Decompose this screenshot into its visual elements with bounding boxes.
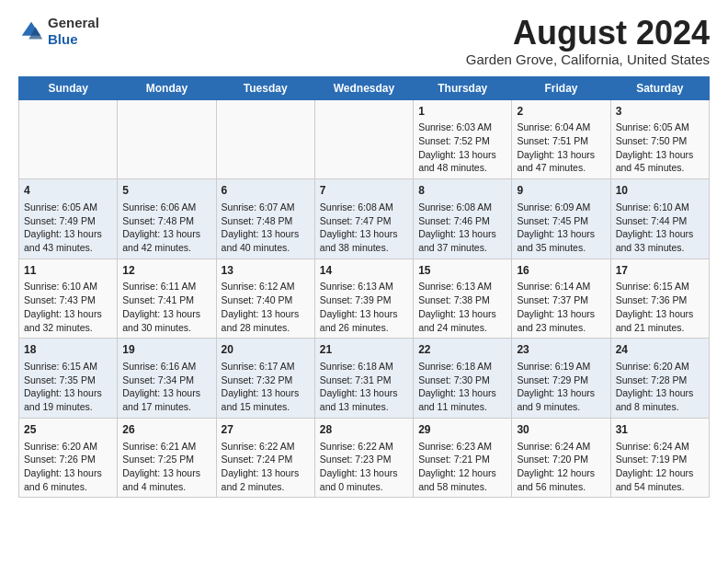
day-info: Sunrise: 6:20 AM <box>616 360 704 373</box>
day-header-friday: Friday <box>512 76 610 99</box>
day-info: Sunset: 7:47 PM <box>320 214 408 228</box>
day-info: Daylight: 13 hours and 48 minutes. <box>418 148 506 175</box>
day-info: Sunset: 7:37 PM <box>517 293 605 307</box>
calendar-cell <box>216 99 314 179</box>
day-info: Daylight: 13 hours and 38 minutes. <box>320 227 408 254</box>
calendar-week-row: 1Sunrise: 6:03 AMSunset: 7:52 PMDaylight… <box>19 99 710 179</box>
day-info: Sunrise: 6:10 AM <box>24 280 112 293</box>
day-info: Sunset: 7:40 PM <box>222 293 310 307</box>
calendar-cell: 31Sunrise: 6:24 AMSunset: 7:19 PMDayligh… <box>610 418 709 498</box>
day-info: Sunrise: 6:24 AM <box>517 440 605 454</box>
day-info: Daylight: 13 hours and 37 minutes. <box>418 227 506 254</box>
day-info: Sunrise: 6:18 AM <box>320 360 408 373</box>
calendar-title: August 2024 <box>466 15 710 52</box>
day-info: Daylight: 13 hours and 8 minutes. <box>616 386 704 413</box>
day-number: 26 <box>122 422 210 438</box>
day-info: Sunset: 7:46 PM <box>418 214 506 228</box>
day-number: 2 <box>517 104 605 120</box>
calendar-cell: 19Sunrise: 6:16 AMSunset: 7:34 PMDayligh… <box>118 339 216 419</box>
day-info: Sunset: 7:28 PM <box>616 373 704 387</box>
calendar-cell: 15Sunrise: 6:13 AMSunset: 7:38 PMDayligh… <box>414 259 512 339</box>
day-header-tuesday: Tuesday <box>216 76 314 99</box>
calendar-cell: 24Sunrise: 6:20 AMSunset: 7:28 PMDayligh… <box>610 339 709 419</box>
calendar-cell: 21Sunrise: 6:18 AMSunset: 7:31 PMDayligh… <box>314 339 413 419</box>
day-info: Sunrise: 6:23 AM <box>418 440 506 454</box>
day-info: Sunset: 7:52 PM <box>418 134 506 148</box>
day-info: Daylight: 13 hours and 4 minutes. <box>122 466 210 493</box>
calendar-cell: 6Sunrise: 6:07 AMSunset: 7:48 PMDaylight… <box>216 179 314 259</box>
day-number: 31 <box>616 422 704 438</box>
day-info: Sunset: 7:35 PM <box>24 373 112 387</box>
title-block: August 2024 Garden Grove, California, Un… <box>466 15 710 67</box>
day-info: Sunrise: 6:10 AM <box>616 201 704 214</box>
calendar-cell: 29Sunrise: 6:23 AMSunset: 7:21 PMDayligh… <box>414 418 512 498</box>
day-info: Sunset: 7:45 PM <box>517 214 605 228</box>
day-info: Sunset: 7:50 PM <box>616 134 704 148</box>
day-info: Sunrise: 6:11 AM <box>122 280 210 293</box>
day-number: 6 <box>222 183 310 199</box>
day-info: Sunset: 7:36 PM <box>616 293 704 307</box>
calendar-cell: 7Sunrise: 6:08 AMSunset: 7:47 PMDaylight… <box>314 179 413 259</box>
day-info: Sunset: 7:19 PM <box>616 453 704 466</box>
day-number: 15 <box>418 263 506 279</box>
day-info: Daylight: 13 hours and 28 minutes. <box>222 307 310 334</box>
calendar-cell <box>19 99 118 179</box>
day-info: Sunrise: 6:22 AM <box>222 440 310 454</box>
calendar-table: SundayMondayTuesdayWednesdayThursdayFrid… <box>18 76 710 499</box>
day-info: Daylight: 12 hours and 58 minutes. <box>418 466 506 493</box>
day-info: Daylight: 13 hours and 6 minutes. <box>24 466 112 493</box>
day-number: 27 <box>222 422 310 438</box>
day-info: Sunset: 7:48 PM <box>222 214 310 228</box>
day-number: 21 <box>320 342 408 358</box>
day-info: Daylight: 13 hours and 13 minutes. <box>320 386 408 413</box>
day-info: Daylight: 13 hours and 30 minutes. <box>122 307 210 334</box>
day-info: Sunset: 7:32 PM <box>222 373 310 387</box>
day-info: Daylight: 13 hours and 11 minutes. <box>418 386 506 413</box>
day-number: 13 <box>222 263 310 279</box>
day-number: 7 <box>320 183 408 199</box>
calendar-cell: 30Sunrise: 6:24 AMSunset: 7:20 PMDayligh… <box>512 418 610 498</box>
calendar-cell: 26Sunrise: 6:21 AMSunset: 7:25 PMDayligh… <box>118 418 216 498</box>
day-number: 17 <box>616 263 704 279</box>
day-header-monday: Monday <box>118 76 216 99</box>
calendar-cell: 20Sunrise: 6:17 AMSunset: 7:32 PMDayligh… <box>216 339 314 419</box>
calendar-header-row: SundayMondayTuesdayWednesdayThursdayFrid… <box>19 76 710 99</box>
day-number: 14 <box>320 263 408 279</box>
day-number: 1 <box>418 104 506 120</box>
calendar-cell: 3Sunrise: 6:05 AMSunset: 7:50 PMDaylight… <box>610 99 709 179</box>
day-info: Daylight: 13 hours and 21 minutes. <box>616 307 704 334</box>
day-number: 20 <box>222 342 310 358</box>
day-info: Sunset: 7:23 PM <box>320 453 408 466</box>
day-info: Sunrise: 6:17 AM <box>222 360 310 373</box>
day-info: Sunrise: 6:12 AM <box>222 280 310 293</box>
day-info: Sunset: 7:44 PM <box>616 214 704 228</box>
day-info: Sunrise: 6:14 AM <box>517 280 605 293</box>
day-info: Sunrise: 6:16 AM <box>122 360 210 373</box>
calendar-week-row: 18Sunrise: 6:15 AMSunset: 7:35 PMDayligh… <box>19 339 710 419</box>
day-info: Sunrise: 6:04 AM <box>517 121 605 134</box>
day-info: Sunset: 7:43 PM <box>24 293 112 307</box>
day-info: Sunset: 7:31 PM <box>320 373 408 387</box>
calendar-cell <box>314 99 413 179</box>
calendar-week-row: 4Sunrise: 6:05 AMSunset: 7:49 PMDaylight… <box>19 179 710 259</box>
calendar-cell: 28Sunrise: 6:22 AMSunset: 7:23 PMDayligh… <box>314 418 413 498</box>
day-info: Sunrise: 6:07 AM <box>222 201 310 214</box>
calendar-cell: 16Sunrise: 6:14 AMSunset: 7:37 PMDayligh… <box>512 259 610 339</box>
day-info: Sunrise: 6:21 AM <box>122 440 210 454</box>
day-info: Daylight: 13 hours and 35 minutes. <box>517 227 605 254</box>
day-header-thursday: Thursday <box>414 76 512 99</box>
day-number: 29 <box>418 422 506 438</box>
day-info: Daylight: 12 hours and 56 minutes. <box>517 466 605 493</box>
day-info: Sunset: 7:41 PM <box>122 293 210 307</box>
day-info: Sunset: 7:29 PM <box>517 373 605 387</box>
calendar-subtitle: Garden Grove, California, United States <box>466 52 710 67</box>
day-info: Daylight: 13 hours and 0 minutes. <box>320 466 408 493</box>
day-number: 18 <box>24 342 112 358</box>
day-info: Daylight: 13 hours and 33 minutes. <box>616 227 704 254</box>
day-info: Daylight: 13 hours and 17 minutes. <box>122 386 210 413</box>
day-number: 9 <box>517 183 605 199</box>
day-info: Sunset: 7:49 PM <box>24 214 112 228</box>
day-info: Sunrise: 6:08 AM <box>320 201 408 214</box>
day-info: Daylight: 13 hours and 47 minutes. <box>517 148 605 175</box>
calendar-cell: 18Sunrise: 6:15 AMSunset: 7:35 PMDayligh… <box>19 339 118 419</box>
